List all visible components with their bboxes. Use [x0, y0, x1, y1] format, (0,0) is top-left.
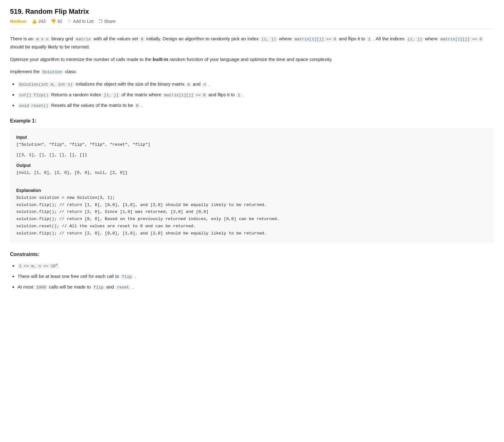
meta-row: Medium 👍 243 👎 82 ♡ Add to List ❐ Share [10, 19, 494, 29]
description-section: There is an m x n binary grid matrix wit… [10, 35, 494, 109]
constraints-title: Constraints: [10, 252, 494, 257]
explanation-line-3: solution.flip(); // return [0, 0], Based… [16, 216, 488, 223]
difficulty-badge: Medium [10, 19, 27, 24]
thumbdown-icon: 👎 [51, 19, 56, 24]
explanation-line-0: Solution solution = new Solution(3, 1); [16, 194, 488, 202]
example1-section: Example 1: Input ["Solution", "flip", "f… [10, 118, 494, 243]
downvote-count: 82 [57, 19, 62, 24]
explanation-line-1: solution.flip(); // return [1, 0], [0,0]… [16, 202, 488, 209]
input-val1: ["Solution", "flip", "flip", "flip", "re… [16, 141, 488, 148]
share-label: Share [104, 19, 116, 24]
description-bullets: Solution(int m, int n) Initializes the o… [17, 80, 494, 109]
example1-title: Example 1: [10, 118, 494, 124]
constraints-section: Constraints: 1 <= m, n <= 104 There will… [10, 252, 494, 291]
bullet-flip: int[] flip() Returns a random index [i, … [17, 91, 494, 99]
explanation-line-4: solution.reset(); // All the values are … [16, 223, 488, 230]
output-val: [null, [1, 0], [2, 0], [0, 0], null, [2,… [16, 169, 488, 177]
constraint-3: At most 1000 calls will be made to flip … [17, 283, 494, 291]
description-optimize: Optimize your algorithm to minimize the … [10, 55, 494, 63]
output-label: Output [16, 162, 488, 169]
input-val2: [[3, 1], [], [], [], [], []] [16, 152, 488, 159]
downvote-button[interactable]: 👎 82 [51, 19, 62, 24]
example1-block: Input ["Solution", "flip", "flip", "flip… [10, 128, 494, 243]
bullet-constructor: Solution(int m, int n) Initializes the o… [17, 80, 494, 88]
constraints-list: 1 <= m, n <= 104 There will be at least … [17, 262, 494, 291]
input-label: Input [16, 134, 488, 141]
constraint-1: 1 <= m, n <= 104 [17, 262, 494, 270]
explanation-line-2: solution.flip(); // return [2, 0], Since… [16, 208, 488, 216]
upvote-button[interactable]: 👍 243 [32, 19, 46, 24]
add-to-list-label: Add to List [73, 19, 94, 24]
share-button[interactable]: ❐ Share [99, 19, 116, 24]
constraint-2: There will be at least one free cell for… [17, 272, 494, 280]
share-icon: ❐ [99, 19, 102, 24]
description-intro: There is an m x n binary grid matrix wit… [10, 35, 494, 51]
upvote-count: 243 [38, 19, 46, 24]
explanation-line-5: solution.flip(); // return [2, 0], [0,0]… [16, 230, 488, 237]
add-to-list-button[interactable]: ♡ Add to List [67, 19, 94, 24]
thumbup-icon: 👍 [32, 19, 37, 24]
bullet-reset: void reset() Resets all the values of th… [17, 101, 494, 109]
problem-title: 519. Random Flip Matrix [10, 8, 494, 16]
description-implement: Implement the Solution class: [10, 68, 494, 76]
explanation-label: Explanation [16, 187, 488, 194]
heart-icon: ♡ [67, 19, 72, 24]
